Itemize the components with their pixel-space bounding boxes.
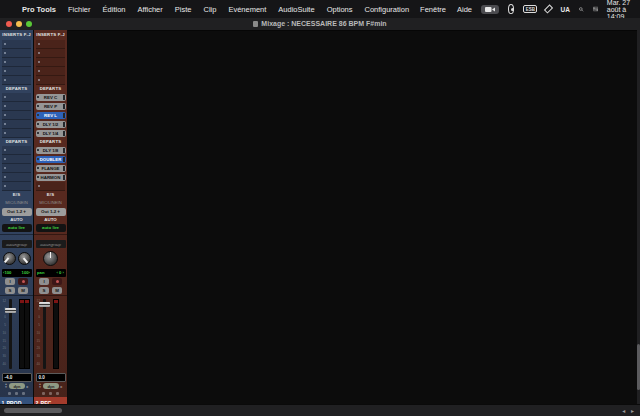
send-slot[interactable]	[2, 93, 31, 102]
record-arm-button[interactable]	[52, 278, 62, 285]
automation-mode-button[interactable]: auto lire	[2, 224, 32, 232]
send-button[interactable]: FLANGE	[36, 165, 66, 173]
insert-slot[interactable]	[2, 76, 31, 85]
mute-button[interactable]: M	[18, 287, 28, 294]
pan-knob[interactable]	[18, 252, 31, 265]
send-slot[interactable]	[2, 182, 31, 191]
send-button[interactable]: REV C	[36, 94, 66, 102]
insert-slot[interactable]	[2, 67, 31, 76]
insert-slot[interactable]	[36, 58, 65, 67]
fader-scale: 126051015203040	[35, 298, 40, 369]
send-button[interactable]: HARMON	[36, 174, 66, 182]
spotlight-search-icon[interactable]	[579, 5, 584, 14]
dyn-button[interactable]: dyn	[43, 383, 58, 389]
insert-slot[interactable]	[2, 58, 31, 67]
horizontal-scrollbar-thumb[interactable]	[4, 408, 62, 413]
pan-display[interactable]: ‹100100›	[2, 269, 32, 277]
send-button[interactable]: DLY 1/2	[36, 121, 66, 129]
menu-piste[interactable]: Piste	[175, 5, 192, 14]
app-menu[interactable]: Pro Tools	[22, 5, 56, 14]
fader-track[interactable]	[43, 299, 46, 369]
send-button[interactable]: REV L	[36, 112, 66, 120]
send-button[interactable]: DLY 1/8	[36, 147, 66, 155]
track-option-icon[interactable]	[22, 392, 25, 395]
output-window-icon[interactable]: ▸	[61, 384, 63, 389]
automation-mode-button[interactable]: auto lire	[36, 224, 66, 232]
io-header: E/S	[34, 191, 67, 199]
send-slot[interactable]	[2, 120, 31, 129]
insert-slot[interactable]	[36, 76, 65, 85]
insert-slot[interactable]	[36, 67, 65, 76]
menu-clip[interactable]: Clip	[203, 5, 216, 14]
dyn-button[interactable]: dyn	[9, 383, 24, 389]
pan-knob[interactable]	[3, 252, 16, 265]
pan-value: ‹ 0 ›	[57, 270, 64, 275]
ua-menu-item[interactable]: UA	[561, 6, 570, 13]
track-option-icon[interactable]	[8, 392, 11, 395]
track-option-icon[interactable]	[49, 392, 52, 395]
send-slot[interactable]	[2, 146, 31, 155]
diamond-icon[interactable]	[544, 4, 553, 13]
group-selector[interactable]: aucungroup	[36, 240, 66, 248]
menu-evénement[interactable]: Evénement	[228, 5, 266, 14]
send-slot[interactable]	[2, 155, 31, 164]
track-option-icon[interactable]	[15, 392, 18, 395]
record-circle-icon[interactable]	[508, 4, 514, 14]
send-slot[interactable]	[2, 164, 31, 173]
output-window-icon[interactable]: ▸	[27, 384, 29, 389]
volume-display[interactable]: 0.0	[36, 373, 66, 382]
send-slot[interactable]	[36, 182, 65, 191]
control-center-icon[interactable]	[593, 5, 598, 13]
record-arm-button[interactable]	[18, 278, 28, 285]
track-name[interactable]: 1PROD	[0, 397, 33, 404]
menu-configuration[interactable]: Configuration	[364, 5, 409, 14]
pan-display[interactable]: pan‹ 0 ›	[36, 269, 66, 277]
menu-options[interactable]: Options	[327, 5, 353, 14]
insert-slot[interactable]	[36, 49, 65, 58]
track-option-icon[interactable]	[56, 392, 59, 395]
esb-badge-icon[interactable]: ESB	[523, 5, 537, 13]
solo-button[interactable]: S	[5, 287, 15, 294]
menu-aide[interactable]: Aide	[457, 5, 472, 14]
plus-icon: +	[23, 209, 26, 214]
menu-fenêtre[interactable]: Fenêtre	[420, 5, 446, 14]
menu-fichier[interactable]: Fichier	[68, 5, 91, 14]
pan-label: pan	[37, 270, 44, 275]
scroll-arrows[interactable]: ◂ ▸	[622, 407, 636, 414]
send-button[interactable]: REV P	[36, 103, 66, 111]
nudge-arrows-icon[interactable]: ▲▼	[38, 383, 41, 389]
nudge-arrows-icon[interactable]: ▲▼	[4, 383, 7, 389]
send-slot[interactable]	[2, 173, 31, 182]
input-monitor-button[interactable]: I	[39, 278, 49, 285]
send-button[interactable]: DOUBLER	[36, 156, 66, 164]
input-path-selector[interactable]: MIC/LINEIN	[34, 199, 67, 207]
group-selector[interactable]: aucungroup	[2, 240, 32, 248]
insert-slot[interactable]	[2, 40, 31, 49]
send-slot[interactable]	[2, 102, 31, 111]
fader-handle[interactable]	[5, 308, 16, 313]
menu-édition[interactable]: Édition	[103, 5, 126, 14]
sends-a-header: DEPARTS	[34, 85, 67, 93]
track-option-icon[interactable]	[42, 392, 45, 395]
send-slot[interactable]	[2, 129, 31, 138]
mute-button[interactable]: M	[52, 287, 62, 294]
volume-display[interactable]: -4.0	[2, 373, 32, 382]
send-slot: DLY 1/8	[34, 146, 67, 155]
insert-slot[interactable]	[36, 40, 65, 49]
output-path-selector[interactable]: Out 1-2+	[2, 208, 32, 216]
track-name[interactable]: 2REC	[34, 397, 67, 404]
pan-knob[interactable]	[43, 251, 58, 266]
menu-audiosuite[interactable]: AudioSuite	[278, 5, 314, 14]
input-path-selector[interactable]: MIC/LINEIN	[0, 199, 33, 207]
insert-slot[interactable]	[2, 49, 31, 58]
solo-button[interactable]: S	[39, 287, 49, 294]
video-camera-icon[interactable]	[481, 5, 499, 14]
menu-bar-clock[interactable]: Mar. 27 août à 14:09	[607, 0, 640, 20]
horizontal-scrollbar[interactable]: ◂ ▸	[0, 404, 640, 416]
output-path-selector[interactable]: Out 1-2+	[36, 208, 66, 216]
menu-afficher[interactable]: Afficher	[137, 5, 162, 14]
send-slot[interactable]	[2, 111, 31, 120]
fader-handle[interactable]	[39, 302, 50, 307]
send-button[interactable]: DLY 1/4	[36, 130, 66, 138]
input-monitor-button[interactable]: I	[5, 278, 15, 285]
